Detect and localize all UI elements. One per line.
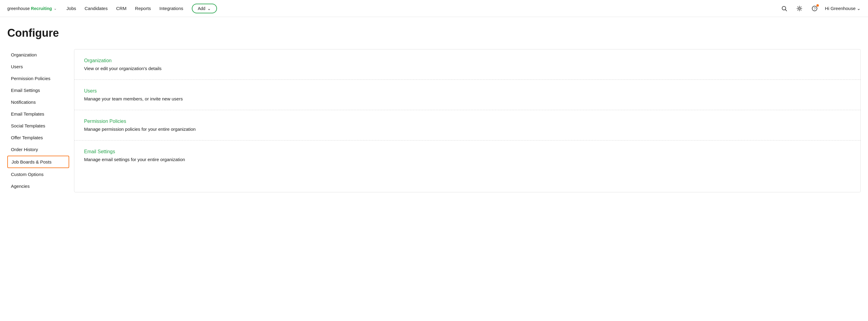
svg-line-1 — [785, 9, 787, 11]
nav-crm[interactable]: CRM — [116, 6, 127, 11]
section-organization: Organization View or edit your organizat… — [74, 50, 860, 80]
settings-button[interactable] — [795, 4, 804, 13]
sidebar-item-offer-templates[interactable]: Offer Templates — [7, 132, 69, 143]
sidebar-item-social-templates[interactable]: Social Templates — [7, 120, 69, 131]
sidebar-item-email-templates[interactable]: Email Templates — [7, 108, 69, 120]
sidebar-item-organization[interactable]: Organization — [7, 49, 69, 60]
sidebar-item-permission-policies[interactable]: Permission Policies — [7, 73, 69, 84]
section-email-settings-desc: Manage email settings for your entire or… — [84, 157, 851, 162]
sidebar-item-job-boards-posts[interactable]: Job Boards & Posts — [7, 156, 69, 168]
section-permission-policies-desc: Manage permission policies for your enti… — [84, 127, 851, 132]
sidebar: Organization Users Permission Policies E… — [7, 49, 74, 192]
nav-integrations[interactable]: Integrations — [159, 6, 183, 11]
logo-chevron-icon: ⌄ — [54, 6, 57, 11]
add-button-label: Add — [198, 6, 206, 11]
section-email-settings: Email Settings Manage email settings for… — [74, 140, 860, 170]
section-organization-link[interactable]: Organization — [84, 58, 851, 63]
logo-product: Recruiting — [31, 6, 52, 11]
top-navigation: greenhouse Recruiting ⌄ Jobs Candidates … — [0, 0, 868, 17]
user-greeting-text: Hi Greenhouse — [825, 6, 856, 11]
logo-text: greenhouse Recruiting — [7, 6, 52, 11]
user-chevron-icon: ⌄ — [857, 6, 861, 11]
sidebar-item-email-settings[interactable]: Email Settings — [7, 85, 69, 96]
svg-text:?: ? — [814, 7, 816, 11]
help-button[interactable]: ? — [810, 4, 819, 13]
logo[interactable]: greenhouse Recruiting ⌄ — [7, 6, 57, 11]
page-container: Configure Organization Users Permission … — [0, 17, 868, 200]
user-menu[interactable]: Hi Greenhouse ⌄ — [825, 6, 861, 11]
nav-right: ? Hi Greenhouse ⌄ — [779, 4, 861, 13]
section-users-desc: Manage your team members, or invite new … — [84, 96, 851, 101]
main-content: Organization View or edit your organizat… — [74, 49, 861, 192]
page-title: Configure — [7, 27, 861, 39]
search-icon — [781, 5, 787, 11]
sidebar-item-custom-options[interactable]: Custom Options — [7, 169, 69, 180]
notification-badge — [816, 4, 819, 7]
section-users: Users Manage your team members, or invit… — [74, 80, 860, 110]
sidebar-item-order-history[interactable]: Order History — [7, 144, 69, 155]
search-button[interactable] — [779, 4, 789, 13]
section-organization-desc: View or edit your organization's details — [84, 66, 851, 71]
section-email-settings-link[interactable]: Email Settings — [84, 149, 851, 154]
nav-reports[interactable]: Reports — [135, 6, 151, 11]
nav-jobs[interactable]: Jobs — [66, 6, 76, 11]
sidebar-item-notifications[interactable]: Notifications — [7, 96, 69, 108]
section-users-link[interactable]: Users — [84, 88, 851, 94]
add-button[interactable]: Add ⌄ — [192, 4, 217, 13]
gear-icon — [796, 5, 802, 11]
nav-links: Jobs Candidates CRM Reports Integrations… — [66, 4, 779, 13]
logo-greenhouse: greenhouse — [7, 6, 30, 11]
nav-candidates[interactable]: Candidates — [85, 6, 108, 11]
sidebar-item-users[interactable]: Users — [7, 61, 69, 72]
sidebar-item-agencies[interactable]: Agencies — [7, 181, 69, 192]
content-layout: Organization Users Permission Policies E… — [7, 49, 861, 192]
section-permission-policies-link[interactable]: Permission Policies — [84, 119, 851, 124]
section-permission-policies: Permission Policies Manage permission po… — [74, 110, 860, 140]
add-chevron-icon: ⌄ — [207, 6, 211, 11]
svg-point-2 — [799, 8, 800, 9]
